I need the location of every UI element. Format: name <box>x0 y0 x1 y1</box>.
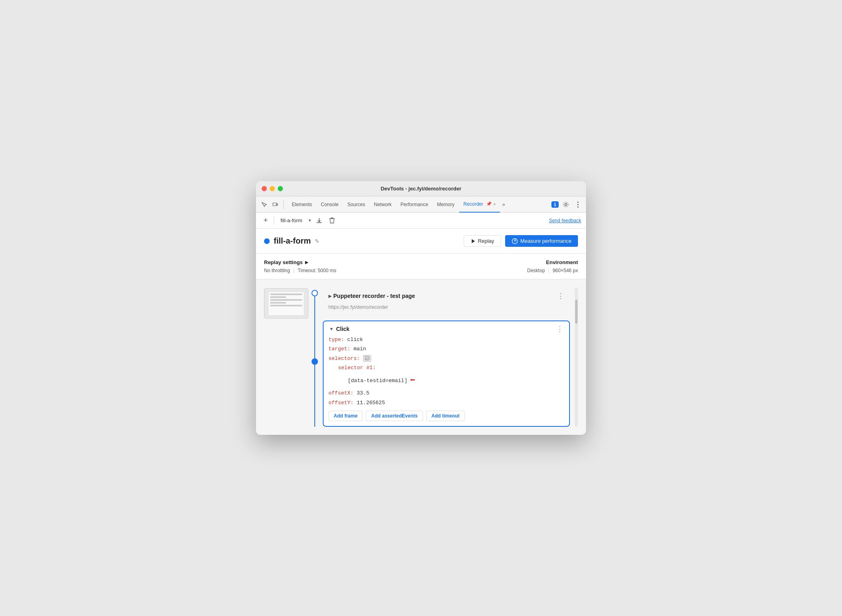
resolution-value: 960×546 px <box>553 268 578 273</box>
tab-recorder-label: Recorder <box>463 201 483 207</box>
window-title: DevTools - jec.fyi/demo/recorder <box>381 186 462 192</box>
timeline-line-1 <box>314 296 315 358</box>
devtools-window: DevTools - jec.fyi/demo/recorder Element… <box>256 181 586 435</box>
step-click: ▼ Click ⋮ type: click target: main <box>323 320 570 427</box>
device-icon[interactable] <box>270 200 280 209</box>
tab-memory[interactable]: Memory <box>433 196 458 213</box>
traffic-lights <box>262 186 283 191</box>
download-button[interactable] <box>314 216 324 225</box>
tab-recorder[interactable]: Recorder 📌 × <box>459 196 500 213</box>
add-recording-button[interactable]: + <box>261 216 270 225</box>
measure-performance-button[interactable]: Measure performance <box>505 235 578 247</box>
step-click-menu[interactable]: ⋮ <box>556 325 563 333</box>
tab-right-icons: 1 <box>551 200 583 209</box>
svg-point-2 <box>565 203 567 205</box>
recording-name-label: fill-a-form <box>277 217 305 223</box>
code-selector1-val-line: [data-testid=email] ⬅ <box>328 373 564 389</box>
tab-sources[interactable]: Sources <box>343 196 369 213</box>
code-type-key: type: <box>328 337 344 343</box>
maximize-button[interactable] <box>278 186 283 191</box>
tab-network[interactable]: Network <box>370 196 396 213</box>
steps-list: ▶ Puppeteer recorder - test page ⋮ https… <box>323 287 570 427</box>
step-action-buttons: Add frame Add assertedEvents Add timeout <box>328 411 564 421</box>
environment-title: Environment <box>527 259 578 265</box>
code-target-key: target: <box>328 346 351 352</box>
chat-badge[interactable]: 1 <box>551 201 559 208</box>
code-selectors-line: selectors: <box>328 354 564 363</box>
replay-button[interactable]: Replay <box>464 235 501 247</box>
more-menu-icon[interactable] <box>573 200 583 209</box>
delete-button[interactable] <box>327 216 337 225</box>
timeline-node-1 <box>312 290 318 296</box>
replay-settings: Replay settings ▶ No throttling | Timeou… <box>264 259 336 273</box>
svg-rect-8 <box>365 357 369 360</box>
scrollbar-thumb[interactable] <box>575 300 578 324</box>
throttling-value: No throttling <box>264 268 290 273</box>
code-offsetX-key: offsetX: <box>328 390 353 396</box>
code-offsetY-line: offsetY: 11.265625 <box>328 398 564 407</box>
edit-title-icon[interactable]: ✎ <box>315 238 320 244</box>
environment-detail: Desktop | 960×546 px <box>527 268 578 273</box>
step-expand-icon: ▶ <box>328 294 332 299</box>
code-offsetX-val: 33.5 <box>353 390 369 396</box>
recording-status-dot <box>264 238 270 244</box>
code-selector1-line: selector #1: <box>328 363 564 372</box>
code-target-val: main <box>351 346 366 352</box>
code-offsetX-line: offsetX: 33.5 <box>328 389 564 398</box>
settings-panel: Replay settings ▶ No throttling | Timeou… <box>256 254 586 279</box>
recording-header: fill-a-form ✎ Replay Measure performance <box>256 229 586 254</box>
page-thumbnail <box>264 288 308 318</box>
tab-console[interactable]: Console <box>317 196 343 213</box>
tab-more-icon[interactable]: » <box>502 202 505 207</box>
code-offsetY-val: 11.265625 <box>353 400 385 406</box>
header-actions: Replay Measure performance <box>464 235 578 247</box>
devtools-tab-bar: Elements Console Sources Network Perform… <box>256 196 586 213</box>
code-offsetY-key: offsetY: <box>328 400 353 406</box>
step-click-header[interactable]: ▼ Click ⋮ <box>324 321 569 335</box>
scrollbar[interactable] <box>575 287 578 427</box>
step-navigate: ▶ Puppeteer recorder - test page ⋮ https… <box>323 287 570 314</box>
content-area: ▶ Puppeteer recorder - test page ⋮ https… <box>256 279 586 435</box>
code-selector1-val: [data-testid=email] <box>348 376 407 385</box>
add-timeout-button[interactable]: Add timeout <box>426 411 465 421</box>
step-navigate-title: Puppeteer recorder - test page <box>333 293 415 299</box>
step-click-title: Click <box>336 326 349 332</box>
timeline-and-steps: ▶ Puppeteer recorder - test page ⋮ https… <box>312 287 578 427</box>
selector-mode-icon[interactable] <box>363 355 371 362</box>
tab-performance[interactable]: Performance <box>396 196 432 213</box>
minimize-button[interactable] <box>270 186 275 191</box>
svg-point-4 <box>578 204 579 205</box>
red-arrow-icon: ⬅ <box>410 373 415 389</box>
send-feedback-link[interactable]: Send feedback <box>549 218 581 223</box>
add-asserted-events-button[interactable]: Add assertedEvents <box>366 411 423 421</box>
toolbar-divider <box>274 217 274 225</box>
environment-settings: Environment Desktop | 960×546 px <box>527 259 578 273</box>
code-type-val: click <box>344 337 363 343</box>
recorder-toolbar: + fill-a-form ▾ Send feedback <box>256 213 586 229</box>
tab-elements[interactable]: Elements <box>288 196 316 213</box>
settings-icon[interactable] <box>561 200 571 209</box>
thumbnail-column <box>264 287 308 427</box>
cursor-icon[interactable] <box>259 200 269 209</box>
settings-expand-icon[interactable]: ▶ <box>305 260 308 265</box>
tab-recorder-close[interactable]: × <box>493 202 496 207</box>
timeline-line-2 <box>314 365 315 427</box>
step-navigate-header[interactable]: ▶ Puppeteer recorder - test page ⋮ <box>323 287 570 304</box>
timeout-value: Timeout: 5000 ms <box>298 268 336 273</box>
code-type-line: type: click <box>328 335 564 344</box>
code-selectors-key: selectors: <box>328 356 360 362</box>
step-navigate-menu[interactable]: ⋮ <box>557 291 564 300</box>
timeline <box>312 287 318 427</box>
recording-title: fill-a-form <box>274 236 311 246</box>
recorder-pin-icon: 📌 <box>486 201 492 207</box>
timeline-node-2 <box>312 358 318 365</box>
tab-icon-group <box>259 200 284 209</box>
recording-dropdown[interactable]: ▾ <box>309 218 311 223</box>
title-bar: DevTools - jec.fyi/demo/recorder <box>256 181 586 196</box>
add-frame-button[interactable]: Add frame <box>328 411 363 421</box>
code-target-line: target: main <box>328 344 564 353</box>
close-button[interactable] <box>262 186 267 191</box>
code-selector1-key: selector #1: <box>338 365 376 371</box>
svg-rect-0 <box>273 203 277 206</box>
click-expand-icon: ▼ <box>329 327 334 331</box>
